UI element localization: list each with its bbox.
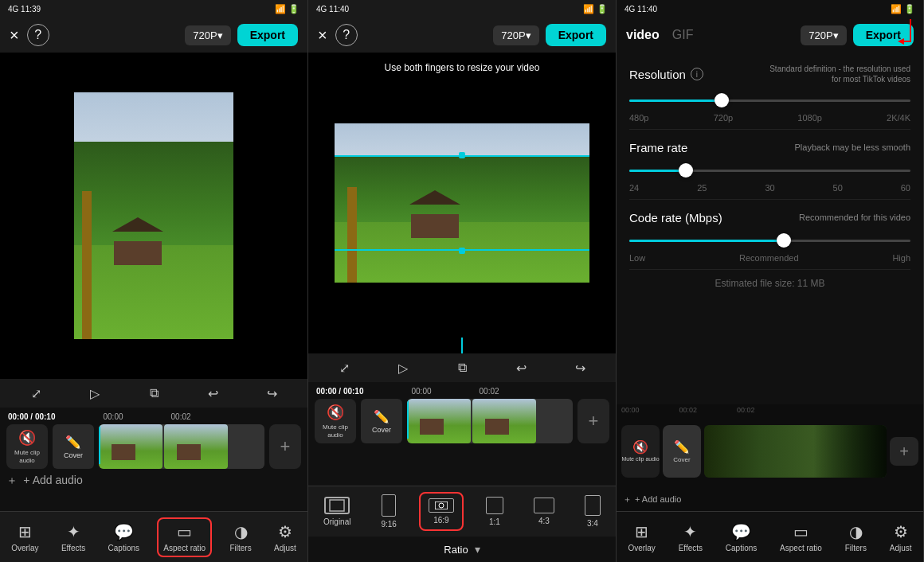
resolution-info-icon[interactable]: i bbox=[691, 68, 703, 80]
video-controls-2: ⤢ ▷ ⧉ ↩ ↪ bbox=[308, 353, 616, 382]
speaker-icon: 🔇 bbox=[18, 429, 36, 447]
code-rate-slider[interactable] bbox=[629, 231, 910, 250]
add-track-button[interactable]: + bbox=[269, 424, 301, 469]
ratio-original[interactable]: Original bbox=[315, 492, 358, 531]
overlay-tool[interactable]: ⊞ Overlay bbox=[6, 519, 43, 556]
mute-audio-button-2[interactable]: 🔇 Mute clip audio bbox=[315, 399, 356, 443]
video-track[interactable] bbox=[99, 424, 264, 469]
p3-effects-tool[interactable]: ✦ Effects bbox=[674, 519, 707, 556]
mute-audio-button[interactable]: 🔇 Mute clip audio bbox=[6, 424, 48, 469]
add-audio-row[interactable]: ＋ + Add audio bbox=[0, 469, 307, 488]
frame-rate-thumb[interactable] bbox=[679, 163, 693, 178]
p3-aspect-ratio-tool[interactable]: ▭ Aspect ratio bbox=[775, 519, 827, 556]
filters-tool[interactable]: ◑ Filters bbox=[225, 519, 256, 556]
resolution-label: Resolution i bbox=[629, 68, 703, 81]
resolution-thumb[interactable] bbox=[715, 93, 729, 107]
p3-filters-icon: ◑ bbox=[849, 522, 863, 541]
code-rate-thumb[interactable] bbox=[777, 233, 791, 248]
help-button-1[interactable]: ? bbox=[27, 24, 49, 46]
adjust-tool[interactable]: ⚙ Adjust bbox=[269, 519, 301, 556]
barn-body-1 bbox=[114, 241, 162, 265]
barn-roof-1 bbox=[112, 217, 163, 232]
timeline-track-2: 🔇 Mute clip audio ✏️ Cover + bbox=[308, 399, 616, 443]
ratio-icon-original bbox=[324, 497, 350, 514]
help-button-2[interactable]: ? bbox=[335, 24, 358, 46]
mini-scene-21 bbox=[407, 399, 471, 443]
add-track-button-2[interactable]: + bbox=[578, 399, 609, 443]
p3-video-track[interactable] bbox=[704, 425, 887, 478]
pip-icon-2[interactable]: ⧉ bbox=[449, 355, 475, 381]
video-thumb-1 bbox=[99, 424, 162, 469]
play-icon-1[interactable]: ▷ bbox=[82, 381, 108, 406]
p3-cover-button[interactable]: ✏️ Cover bbox=[663, 425, 701, 478]
aspect-ratio-icon: ▭ bbox=[177, 522, 192, 541]
p3-adjust-tool[interactable]: ⚙ Adjust bbox=[885, 519, 917, 556]
ratio-label-original: Original bbox=[323, 517, 350, 526]
status-time-1: 4G 11:39 bbox=[8, 5, 41, 14]
video-thumb-2 bbox=[164, 424, 228, 469]
close-button-2[interactable]: × bbox=[318, 27, 327, 43]
p3-overlay-tool[interactable]: ⊞ Overlay bbox=[623, 519, 660, 556]
p3-cover-label: Cover bbox=[673, 456, 690, 463]
p3-timeline-times: 00:00 00:02 00:02 bbox=[617, 404, 923, 416]
code-rate-header: Code rate (Mbps) Recommended for this vi… bbox=[629, 211, 910, 224]
code-rate-group: Code rate (Mbps) Recommended for this vi… bbox=[629, 200, 910, 270]
redo-icon-2[interactable]: ↪ bbox=[567, 355, 593, 381]
ratio-3-4[interactable]: 3:4 bbox=[577, 490, 609, 533]
video-track-2[interactable] bbox=[407, 399, 573, 443]
redo-icon-1[interactable]: ↪ bbox=[259, 381, 284, 406]
p3-mute-label: Mute clip audio bbox=[621, 456, 659, 462]
fps-25: 25 bbox=[697, 183, 707, 193]
barn-roof-2 bbox=[409, 190, 460, 205]
p3-add-audio[interactable]: ＋ + Add audio bbox=[617, 487, 923, 511]
ratio-1-1[interactable]: 1:1 bbox=[478, 492, 511, 531]
panel-1: 4G 11:39 📶 🔋 × ? 720P▾ Export bbox=[0, 0, 308, 562]
ratio-9-16[interactable]: 9:16 bbox=[373, 490, 404, 533]
undo-icon-1[interactable]: ↩ bbox=[200, 381, 225, 406]
effects-tool[interactable]: ✦ Effects bbox=[57, 519, 90, 556]
play-icon-2[interactable]: ▷ bbox=[390, 355, 416, 381]
captions-tool[interactable]: 💬 Captions bbox=[104, 519, 144, 556]
ratio-4-3[interactable]: 4:3 bbox=[526, 493, 562, 530]
fullscreen-icon-2[interactable]: ⤢ bbox=[331, 355, 357, 381]
export-button-2[interactable]: Export bbox=[546, 24, 606, 46]
res-480: 480p bbox=[629, 113, 648, 123]
close-button-1[interactable]: × bbox=[10, 27, 19, 43]
crop-indicator-bottom bbox=[459, 248, 465, 254]
frame-rate-slider[interactable] bbox=[629, 161, 910, 180]
mini-scene-2 bbox=[164, 424, 228, 469]
video-thumb-21 bbox=[407, 399, 471, 443]
arrow-annotation bbox=[895, 18, 918, 57]
panel-2: 4G 11:40 📶 🔋 × ? 720P▾ Export Use both f… bbox=[308, 0, 617, 562]
undo-icon-2[interactable]: ↩ bbox=[508, 355, 534, 381]
resolution-button-2[interactable]: 720P▾ bbox=[493, 25, 538, 45]
panel-3: 4G 11:40 📶 🔋 video GIF 720P▾ Export bbox=[617, 0, 924, 562]
fullscreen-icon-1[interactable]: ⤢ bbox=[23, 381, 49, 406]
ratio-title: Ratio bbox=[444, 544, 468, 556]
svg-marker-3 bbox=[898, 38, 904, 45]
resolution-button-1[interactable]: 720P▾ bbox=[185, 25, 230, 45]
resolution-button-3[interactable]: 720P▾ bbox=[801, 25, 846, 45]
p3-mute-button[interactable]: 🔇 Mute clip audio bbox=[621, 425, 660, 478]
resolution-slider[interactable] bbox=[629, 91, 910, 110]
fps-60: 60 bbox=[901, 183, 910, 193]
captions-label: Captions bbox=[108, 544, 139, 552]
ratio-label-16-9: 16:9 bbox=[433, 516, 448, 525]
cover-clip-2[interactable]: ✏️ Cover bbox=[361, 399, 402, 443]
ratio-16-9[interactable]: 16:9 bbox=[419, 492, 464, 531]
marker-21: 00:00 bbox=[412, 387, 432, 396]
ratio-icon-4-3 bbox=[534, 498, 554, 513]
bottom-toolbar-3: ⊞ Overlay ✦ Effects 💬 Captions ▭ Aspect … bbox=[617, 511, 923, 562]
export-button-1[interactable]: Export bbox=[237, 24, 298, 46]
ratio-icon-9-16 bbox=[382, 494, 396, 517]
video-thumb-22 bbox=[472, 399, 536, 443]
p3-add-button[interactable]: + bbox=[890, 437, 918, 466]
file-size-row: Estimated file size: 11 MB bbox=[629, 270, 910, 297]
status-bar-1: 4G 11:39 📶 🔋 bbox=[0, 0, 307, 18]
p3-captions-tool[interactable]: 💬 Captions bbox=[721, 519, 762, 556]
p3-filters-tool[interactable]: ◑ Filters bbox=[840, 519, 871, 556]
pip-icon-1[interactable]: ⧉ bbox=[141, 381, 166, 406]
aspect-ratio-tool[interactable]: ▭ Aspect ratio bbox=[157, 517, 212, 557]
video-frame-2[interactable] bbox=[335, 123, 589, 283]
cover-clip[interactable]: ✏️ Cover bbox=[53, 424, 94, 469]
